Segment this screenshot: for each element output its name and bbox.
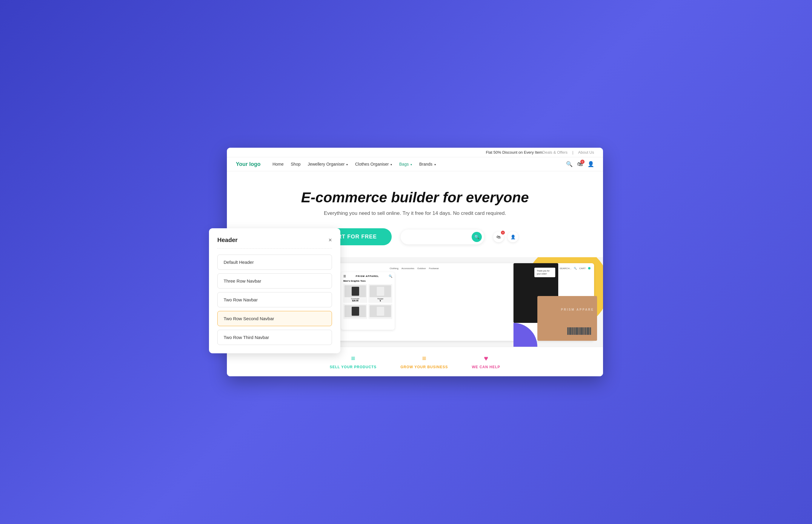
barcode-line [575,327,578,335]
user-icon: 👤 [510,234,516,239]
announcement-text: Flat 50% Discount on Every Item [486,150,542,154]
mobile-mockup: ☰ PRISM APPAREL 🔍 Men's Graphic Tees Com… [341,272,395,330]
mobile-product-img-4 [370,305,391,317]
mini-tshirt-3 [352,307,359,316]
mobile-product-1: Commuter $28.95 [343,284,367,303]
search-icon[interactable]: 🔍 [566,161,572,167]
nav-logo[interactable]: Your logo [236,161,261,167]
feature-help-label: WE CAN HELP [472,365,500,369]
mobile-product-2: Voyage $ [368,284,392,303]
option-two-row-third-navbar[interactable]: Two Row Third Navbar [217,330,332,345]
nav-icons: 🔍 🛍 0 👤 [566,161,594,167]
feature-grow-label: GROW YOUR BUSINESS [400,365,448,369]
prism-nav-accessories: Accessories [402,267,415,270]
right-links: Deals & Offers | About Us [542,150,594,154]
option-default-header[interactable]: Default Header [217,255,332,270]
mini-tshirt-4 [377,307,384,316]
chevron-down-icon [346,162,348,166]
brand-text: PRISM APPARE [561,308,594,311]
nav-dropdown-clothes[interactable]: Clothes Organiser [355,162,392,166]
option-two-row-navbar[interactable]: Two Row Navbar [217,292,332,307]
cart-badge: 0 [580,160,585,164]
mobile-product-3 [343,304,367,319]
purple-shape [514,323,537,347]
barcode [567,327,591,335]
panel-options: Default Header Three Row Navbar Two Row … [217,255,332,345]
cart-badge: 0 [501,231,505,234]
mini-tshirt-1 [352,287,359,296]
left-panel: Header × Default Header Three Row Navbar… [209,228,340,353]
mobile-product-price-1: $28.95 [344,300,366,302]
hero-subtitle: Everything you need to sell online. Try … [324,210,506,216]
mobile-logo: PRISM APPAREL [356,275,379,278]
feature-help: ♥ WE CAN HELP [472,354,500,369]
mobile-product-img-1 [344,285,366,297]
panel-close-button[interactable]: × [328,236,332,244]
barcode-line [580,327,583,335]
mobile-product-price-2: $ [370,300,391,302]
deals-link[interactable]: Deals & Offers [542,150,568,154]
hero-title: E-commerce builder for everyone [301,189,529,206]
sticker-text: Thank you for your order! [537,269,553,275]
brown-box: PRISM APPARE [537,296,597,341]
mobile-product-img-3 [344,305,366,317]
nav-link-home[interactable]: Home [273,162,283,166]
hero-search-row: START FOR FREE 🔍 🛍 0 [312,228,519,245]
barcode-line [589,327,591,335]
hero-nav-icons: 🛍 0 👤 [493,232,518,242]
nav-dropdown-brands[interactable]: Brands [419,162,436,166]
barcode-line [587,327,589,335]
prism-nav-outdoor: Outdoor [417,267,426,270]
sell-icon: ≡ [351,354,355,363]
grow-icon: ≡ [422,354,426,363]
barcode-line [579,327,580,335]
sticker: Thank you for your order! [534,268,555,277]
nav-dropdown-bags[interactable]: Bags [399,162,412,166]
mobile-category: Men's Graphic Tees [343,280,392,282]
hero-search-button[interactable]: 🔍 [472,232,482,242]
prism-nav-clothing: Clothing [390,267,398,270]
barcode-line [569,327,572,335]
hero-search-input[interactable] [407,234,469,239]
cart-icon-wrapper: 🛍 0 [578,161,583,167]
mobile-product-grid: Commuter $28.95 Voyage $ [343,284,392,319]
barcode-line [583,327,585,335]
prism-nav-footwear: Footwear [429,267,439,270]
outer-container: Header × Default Header Three Row Navbar… [209,148,603,376]
panel-title: Header [217,236,238,244]
cart-icon: 🛍 [497,234,501,239]
barcode-line [585,327,586,335]
hero-search-bar: 🔍 [401,229,484,244]
mobile-header: ☰ PRISM APPAREL 🔍 [343,275,392,278]
nav-bar: Your logo Home Shop Jewellery Organiser … [227,157,603,171]
separator: | [572,150,573,154]
barcode-line [567,327,569,335]
hero-user-icon[interactable]: 👤 [507,232,518,242]
chevron-down-icon [434,162,436,166]
mobile-product-img-2 [370,285,391,297]
user-icon[interactable]: 👤 [587,161,594,167]
boxes-area: Thank you for your order! PRISM APPARE [514,257,603,347]
announcement-bar: Flat 50% Discount on Every Item Deals & … [227,148,603,157]
mobile-product-4 [368,304,392,319]
hero-cart-icon[interactable]: 🛍 0 [493,232,504,242]
nav-link-shop[interactable]: Shop [291,162,301,166]
mobile-search-icon: 🔍 [389,275,392,278]
panel-header: Header × [217,236,332,249]
search-icon: 🔍 [474,234,480,239]
about-link[interactable]: About Us [578,150,594,154]
mini-tshirt-2 [377,287,384,296]
hamburger-icon: ☰ [343,275,346,278]
nav-dropdown-jewellery[interactable]: Jewellery Organiser [308,162,348,166]
chevron-down-icon [410,162,412,166]
option-three-row-navbar[interactable]: Three Row Navbar [217,273,332,289]
nav-links: Home Shop Jewellery Organiser Clothes Or… [273,162,566,166]
heart-icon: ♥ [484,354,488,363]
feature-sell: ≡ SELL YOUR PRODUCTS [329,354,376,369]
chevron-down-icon [390,162,392,166]
prism-nav: Clothing Accessories Outdoor Footwear [390,267,439,270]
feature-sell-label: SELL YOUR PRODUCTS [329,365,376,369]
barcode-line [572,327,573,335]
feature-grow: ≡ GROW YOUR BUSINESS [400,354,448,369]
option-two-row-second-navbar[interactable]: Two Row Second Navbar [217,311,332,326]
